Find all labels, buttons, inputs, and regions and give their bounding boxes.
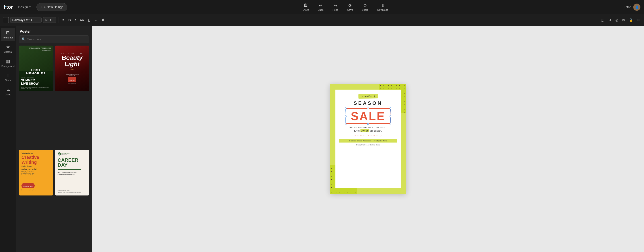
case-button[interactable]: A (100, 17, 106, 23)
separator (58, 17, 59, 23)
main: ⊞ Template ★ Material ▦ Background T Tex… (0, 26, 644, 252)
chevron-down-icon: ▼ (30, 19, 33, 21)
poster-strip: Clothes Shoes Accessories Gadgets More (339, 139, 397, 143)
template-card-career[interactable]: YS YELLOW STAR HIGH SCHOOL CAREERDAY MEE… (55, 150, 90, 196)
lock-button[interactable]: 🔒 (628, 17, 634, 23)
download-icon: ⬇ (381, 3, 384, 8)
poster-wave (345, 134, 391, 137)
share-button[interactable]: ⊙ Share (360, 2, 370, 12)
save-button[interactable]: ⟳ Save (346, 2, 355, 12)
topbar-center: 🖼 Open ↩ Undo ↪ Redo ⟳ Save ⊙ Share ⬇ Do… (67, 2, 624, 12)
open-label: Open (303, 8, 309, 11)
rotate-button[interactable]: ↺ (607, 17, 613, 23)
undo-button[interactable]: ↩ Undo (316, 2, 325, 12)
handle-top-right[interactable] (390, 107, 391, 109)
case-icon: A (102, 18, 104, 22)
design-label: Design (18, 5, 28, 9)
crop-icon: ◎ (616, 18, 618, 22)
topbar: f●tor Design ▼ ＋ + New Design 🖼 Open ↩ U… (0, 0, 644, 14)
duplicate-icon: ⬚ (601, 18, 604, 22)
sidebar-item-template[interactable]: ⊞ Template (1, 28, 15, 41)
handle-bottom-middle[interactable] (367, 123, 369, 125)
layers-icon: ⧉ (622, 18, 625, 22)
topbar-right: Fotor 👤 (624, 3, 640, 11)
material-icon: ★ (6, 44, 10, 50)
texts-icon: T (6, 73, 9, 78)
undo-icon: ↩ (319, 3, 322, 8)
template-card-writing[interactable]: Tutoring School CreativeWriting Starter … (19, 150, 53, 196)
bold-icon: B (68, 18, 71, 22)
user-name: Fotor (624, 5, 630, 9)
handle-middle-right[interactable] (390, 115, 391, 117)
letter-spacing-icon: ↔ (94, 18, 98, 22)
tc3-title: CreativeWriting (22, 155, 50, 165)
underline-button[interactable]: U (86, 17, 92, 23)
share-icon: ⊙ (363, 3, 367, 8)
cloud-label: Cloud (5, 93, 11, 96)
poster-store: Every Outlet and Online Store (356, 144, 380, 146)
template-card-concert[interactable]: KEVIN RAMIREZ SUMMERLIVE SHOW BOOK YOUR … (19, 45, 53, 91)
template-card-beauty[interactable]: LIMITED - TIME OFFER BeautyLight #324 71… (55, 45, 90, 91)
font-size-box[interactable]: 60 ▼ (43, 17, 56, 23)
chevron-down-icon: ▼ (29, 6, 31, 8)
layers-button[interactable]: ⧉ (621, 17, 626, 23)
letter-spacing-button[interactable]: ↔ (93, 17, 99, 23)
font-name: Raleway Extr (12, 18, 30, 22)
download-label: Download (378, 8, 388, 11)
poster-sale-element[interactable]: SALE (346, 108, 391, 124)
poster-canvas[interactable]: It's an End of SEASON SALE (330, 84, 406, 194)
search-icon: 🔍 (22, 37, 26, 41)
bold-button[interactable]: B (67, 17, 72, 23)
poster-sale-text: SALE (351, 110, 386, 122)
cloud-icon: ☁ (6, 87, 10, 92)
download-button[interactable]: ⬇ Download (376, 2, 390, 12)
italic-icon: I (75, 18, 76, 22)
tc2-title: BeautyLight (62, 55, 82, 67)
handle-top-middle[interactable] (367, 107, 369, 109)
open-icon: 🖼 (304, 3, 308, 8)
handle-bottom-right[interactable] (390, 123, 391, 125)
canvas-area: It's an End of SEASON SALE (92, 26, 644, 252)
avatar[interactable]: 👤 (633, 3, 640, 11)
open-button[interactable]: 🖼 Open (301, 2, 310, 12)
poster-tagline: BRING COLOR TO YOUR LIFE. (350, 127, 386, 129)
sidebar-icons: ⊞ Template ★ Material ▦ Background T Tex… (0, 26, 16, 252)
sidebar-item-cloud[interactable]: ☁ Cloud (1, 85, 15, 98)
redo-label: Redo (332, 8, 338, 11)
crop-button[interactable]: ◎ (614, 17, 620, 23)
poster-enjoy: Enjoy 30% off this season. (354, 130, 382, 132)
save-icon: ⟳ (348, 3, 352, 8)
sidebar-item-texts[interactable]: T Texts (1, 71, 15, 84)
templates-grid: KEVIN RAMIREZ SUMMERLIVE SHOW BOOK YOUR … (16, 45, 92, 252)
search-box[interactable]: 🔍 (19, 35, 89, 43)
handle-middle-left[interactable] (345, 115, 346, 117)
sidebar-item-background[interactable]: ▦ Background (1, 56, 15, 70)
italic-button[interactable]: I (74, 17, 77, 23)
handle-bottom-left[interactable] (345, 123, 346, 125)
search-input[interactable] (27, 37, 86, 41)
redo-icon: ↪ (334, 3, 337, 8)
align-icon: ≡ (62, 18, 64, 22)
sidebar-item-material[interactable]: ★ Material (1, 42, 15, 55)
formatbar: Raleway Extr ▼ 60 ▼ ≡ B I Aa U ↔ A ⬚ ↺ ◎… (0, 14, 644, 26)
fmt-right-tools: ⬚ ↺ ◎ ⧉ 🔒 ✕ (600, 17, 641, 23)
new-design-button[interactable]: ＋ + New Design (36, 3, 67, 11)
redo-button[interactable]: ↪ Redo (331, 2, 340, 12)
panel-title: Poster (16, 26, 92, 35)
delete-icon: ✕ (637, 18, 640, 22)
size-toggle-button[interactable]: Aa (78, 17, 85, 23)
text-color-swatch[interactable] (3, 17, 9, 23)
topbar-left: f●tor Design ▼ ＋ + New Design (4, 3, 67, 11)
delete-button[interactable]: ✕ (636, 17, 641, 23)
handle-top-left[interactable] (345, 107, 346, 109)
align-button[interactable]: ≡ (61, 17, 66, 23)
lock-icon: 🔒 (629, 18, 633, 22)
duplicate-button[interactable]: ⬚ (600, 17, 606, 23)
background-label: Background (1, 65, 14, 67)
design-menu-button[interactable]: Design ▼ (16, 4, 33, 10)
logo-text: f●tor (4, 4, 13, 10)
template-label: Template (3, 36, 13, 39)
tc4-title: CAREERDAY (58, 158, 87, 168)
font-select[interactable]: Raleway Extr ▼ (10, 17, 42, 23)
poster-season: SEASON (354, 100, 382, 106)
